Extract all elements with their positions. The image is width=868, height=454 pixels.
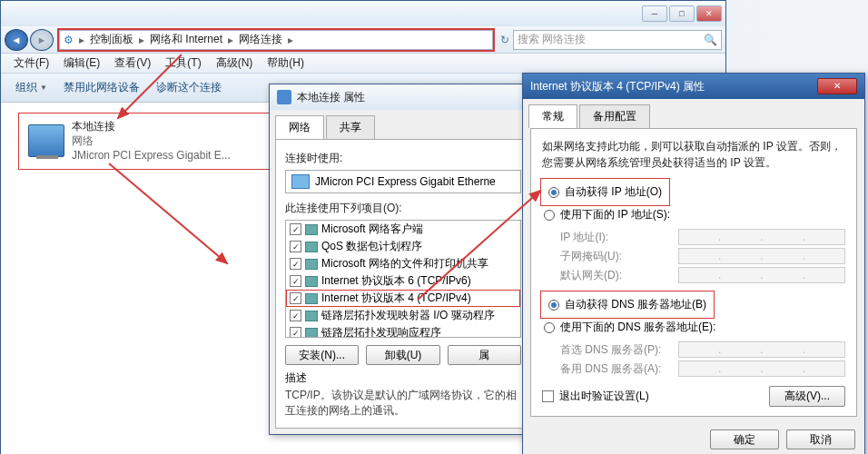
menu-advanced[interactable]: 高级(N) [209,54,261,73]
ip-input: ... [678,229,845,245]
dns2-label: 备用 DNS 服务器(A): [560,361,678,377]
radio-icon [544,210,555,221]
install-button[interactable]: 安装(N)... [285,345,359,365]
menu-edit[interactable]: 编辑(E) [56,54,107,73]
connection-title: 本地连接 [72,119,231,133]
share-icon [305,259,318,270]
chevron-icon: ▸ [226,34,235,46]
list-item[interactable]: ✓链路层拓扑发现响应程序 [286,324,520,338]
crumb-1[interactable]: 网络和 Internet [146,32,226,47]
chevron-icon: ▸ [286,34,295,46]
info-text: 如果网络支持此功能，则可以获取自动指派的 IP 设置。否则，您需要从网络系统管理… [542,138,845,171]
ipv4-titlebar: Internet 协议版本 4 (TCP/IPv4) 属性 ✕ [523,74,864,99]
props-tabs: 网络 共享 [270,110,537,139]
manual-dns-radio[interactable]: 使用下面的 DNS 服务器地址(E): [542,317,845,338]
crumb-0[interactable]: 控制面板 [86,32,137,47]
refresh-icon[interactable]: ↻ [497,34,513,46]
crumb-2[interactable]: 网络连接 [235,32,286,47]
list-item[interactable]: ✓Microsoft 网络的文件和打印机共享 [286,255,520,272]
manual-ip-radio[interactable]: 使用下面的 IP 地址(S): [542,204,845,225]
properties-button[interactable]: 属 [448,345,521,365]
menu-tools[interactable]: 工具(T) [158,54,208,73]
checkbox-icon[interactable]: ✓ [290,258,301,270]
ok-button[interactable]: 确定 [710,429,779,449]
menu-file[interactable]: 文件(F) [6,54,56,73]
connection-adapter: JMicron PCI Express Gigabit E... [72,148,231,163]
list-item[interactable]: ✓Microsoft 网络客户端 [286,221,520,238]
network-items-list[interactable]: ✓Microsoft 网络客户端 ✓QoS 数据包计划程序 ✓Microsoft… [285,220,521,338]
checkbox-icon[interactable]: ✓ [290,275,301,287]
qos-icon [305,242,318,252]
connection-item[interactable]: 本地连接 网络 JMicron PCI Express Gigabit E... [19,114,273,169]
list-item[interactable]: ✓链路层拓扑发现映射器 I/O 驱动程序 [286,307,520,324]
mask-input: ... [678,248,845,264]
items-label: 此连接使用下列项目(O): [285,201,521,216]
connection-info: 本地连接 网络 JMicron PCI Express Gigabit E... [72,119,231,163]
checkbox-icon[interactable]: ✓ [290,292,301,304]
connection-properties-dialog: 本地连接 属性 网络 共享 连接时使用: JMicron PCI Express… [269,84,538,435]
disable-device-button[interactable]: 禁用此网络设备 [58,76,145,99]
menu-view[interactable]: 查看(V) [107,54,158,73]
advanced-button[interactable]: 高级(V)... [769,386,845,407]
desc-text: TCP/IP。该协议是默认的广域网络协议，它的相互连接的网络上的通讯。 [285,388,521,419]
validate-checkbox[interactable] [542,390,554,402]
auto-ip-radio-group: 自动获得 IP 地址(O) [542,180,668,204]
connection-status: 网络 [72,133,231,148]
forward-button[interactable]: ► [30,29,54,51]
organize-button[interactable]: 组织▼ [10,76,53,99]
diagnose-button[interactable]: 诊断这个连接 [151,76,227,99]
breadcrumb[interactable]: ⚙ ▸ 控制面板 ▸ 网络和 Internet ▸ 网络连接 ▸ [59,30,493,50]
network-adapter-icon [28,124,64,157]
auto-ip-radio[interactable]: 自动获得 IP 地址(O) [547,182,664,202]
ipv4-tabs: 常规 备用配置 [523,99,864,128]
adapter-name: JMicron PCI Express Gigabit Etherne [315,175,496,188]
auto-dns-radio-group: 自动获得 DNS 服务器地址(B) [542,292,713,317]
adapter-field: JMicron PCI Express Gigabit Etherne [285,170,521,193]
ip-fields: IP 地址(I):... 子网掩码(U):... 默认网关(D):... [560,229,845,283]
navbar: ◄ ► ⚙ ▸ 控制面板 ▸ 网络和 Internet ▸ 网络连接 ▸ ↻ 搜… [1,26,725,54]
gw-label: 默认网关(D): [560,268,678,283]
props-titlebar: 本地连接 属性 [270,84,537,110]
ipv6-icon [305,276,318,287]
network-icon [277,90,291,104]
uninstall-button[interactable]: 卸载(U) [366,345,439,365]
radio-icon [548,300,559,311]
tab-network[interactable]: 网络 [275,115,324,139]
list-item[interactable]: ✓QoS 数据包计划程序 [286,238,520,255]
checkbox-icon[interactable]: ✓ [290,223,301,235]
ipv4-properties-dialog: Internet 协议版本 4 (TCP/IPv4) 属性 ✕ 常规 备用配置 … [522,73,865,454]
checkbox-icon[interactable]: ✓ [290,241,301,252]
checkbox-icon[interactable]: ✓ [290,310,301,321]
ip-label: IP 地址(I): [560,230,678,245]
dns2-input: ... [678,360,845,377]
network-icon: ⚙ [64,34,74,46]
ipv4-general-panel: 如果网络支持此功能，则可以获取自动指派的 IP 设置。否则，您需要从网络系统管理… [530,128,857,417]
minimize-button[interactable]: ─ [642,5,667,22]
network-tab-panel: 连接时使用: JMicron PCI Express Gigabit Ether… [275,139,531,429]
cancel-button[interactable]: 取消 [786,429,855,449]
close-button[interactable]: ✕ [817,78,857,94]
dns1-input: ... [678,341,845,358]
close-button[interactable]: ✕ [696,5,722,22]
ipv4-icon [305,293,318,304]
explorer-titlebar: ─ □ ✕ [1,1,725,26]
desc-label: 描述 [285,370,521,386]
search-input[interactable]: 搜索 网络连接 🔍 [513,30,722,50]
auto-dns-radio[interactable]: 自动获得 DNS 服务器地址(B) [547,294,708,315]
menubar: 文件(F) 编辑(E) 查看(V) 工具(T) 高级(N) 帮助(H) [1,54,725,74]
tab-general[interactable]: 常规 [528,104,577,128]
checkbox-icon[interactable]: ✓ [290,327,301,338]
lldp-icon [305,311,318,321]
validate-label: 退出时验证设置(L) [559,389,649,404]
dns1-label: 首选 DNS 服务器(P): [560,342,678,358]
maximize-button[interactable]: □ [669,5,695,22]
list-item-ipv4[interactable]: ✓Internet 协议版本 4 (TCP/IPv4) [286,290,520,307]
list-item[interactable]: ✓Internet 协议版本 6 (TCP/IPv6) [286,272,520,290]
menu-help[interactable]: 帮助(H) [260,54,311,73]
props-title: 本地连接 属性 [297,90,365,105]
tab-sharing[interactable]: 共享 [326,115,375,139]
back-button[interactable]: ◄ [5,29,28,51]
connect-using-label: 连接时使用: [285,151,521,166]
adapter-icon [291,174,310,189]
tab-alternate[interactable]: 备用配置 [579,104,650,128]
